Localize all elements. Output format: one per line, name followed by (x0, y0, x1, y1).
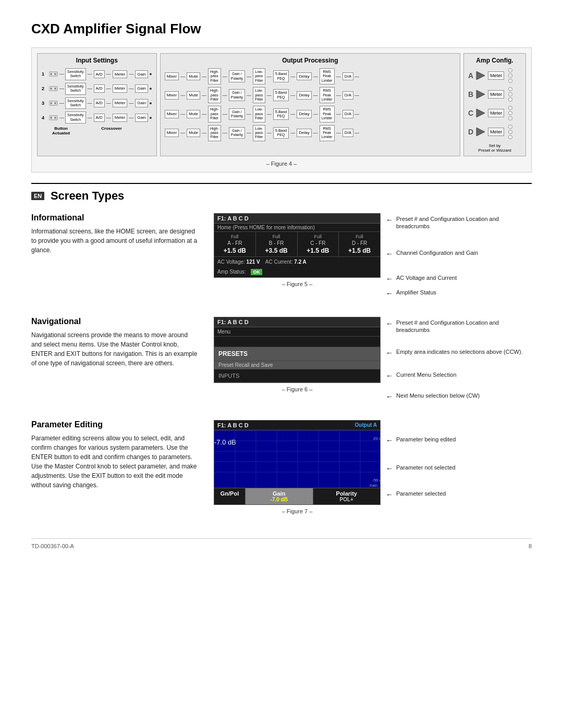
sf-box-gain-4: Gain (135, 114, 148, 122)
sf-box-lpf-b: Low-passFilter (253, 87, 265, 103)
input-connector-2 (49, 85, 58, 92)
svg-marker-13 (476, 90, 485, 98)
svg-text:Gain: Gain (370, 484, 377, 487)
sf-box-meter-1: Meter (113, 70, 127, 79)
amp-channel-a-label: A (468, 71, 473, 80)
ann-arrow-param-not-selected: ← (386, 465, 393, 472)
sf-box-sens-3: SensitivitySwitch (65, 97, 86, 109)
nav-selected-item: PRESETS Preset Recall and Save (214, 347, 380, 369)
input-num-2: 2 (42, 86, 47, 91)
sf-box-gain-3: Gain (135, 99, 148, 107)
param-output-label: Output A (355, 422, 377, 428)
input-settings-section: Input Settings 1 — SensitivitySwitch — A… (37, 53, 157, 156)
ann-arrow-nav-current: ← (386, 372, 393, 379)
param-editing-heading: Parameter Editing (31, 420, 198, 429)
param-screen-header: F1: A B C D Output A (214, 421, 380, 430)
ann-arrow-nav-preset: ← (386, 320, 393, 327)
ch-c-value: +1.5 dB (300, 247, 337, 254)
sf-box-ad-1: A/D (94, 70, 105, 79)
ann-arrow-param-selected: ← (386, 491, 393, 498)
svg-marker-12 (476, 71, 485, 80)
sf-box-mixer-c: Mixer (165, 110, 179, 118)
sf-box-peq-b: 5-BandPEQ (273, 89, 289, 101)
ann-ampstatus-text: Amplifier Status (396, 289, 436, 296)
sf-box-sens-2: SensitivitySwitch (65, 83, 86, 95)
ac-current-value: 7.2 A (294, 259, 307, 265)
param-gain-value: -7.0 dB (249, 497, 310, 502)
set-by-label: Set byPreset or Wizzard (468, 143, 521, 153)
ann-arrow-ampstatus: ← (386, 290, 393, 297)
nav-next-item-text: INPUTS (214, 369, 380, 382)
ac-voltage-label: AC Voltage: 121 V (217, 259, 260, 265)
sf-box-peq-d: 5-BandPEQ (273, 127, 289, 139)
figure7-caption: – Figure 7 – (214, 508, 381, 514)
ann-channel-text: Channel Configuration and Gain (396, 249, 478, 256)
sf-box-ad-4: A/D (94, 114, 105, 122)
amp-triangle-c (475, 108, 486, 118)
svg-point-8 (54, 102, 56, 104)
sf-box-gainpol-d: Gain /Polarity (229, 127, 245, 139)
channel-d-info: Full D - FR +1.5 dB (339, 232, 380, 256)
svg-point-2 (54, 73, 56, 75)
sf-box-gainpol-b: Gain /Polarity (229, 89, 245, 101)
svg-marker-15 (476, 128, 485, 136)
screen-types-header: EN Screen Types (31, 183, 532, 203)
svg-marker-14 (476, 109, 485, 117)
param-chart-svg: 20 dB -50 dB Gain (214, 430, 380, 488)
sf-box-da-b: D/A (342, 91, 353, 100)
sf-box-mute-d: Mute (187, 129, 200, 137)
sf-box-mute-a: Mute (187, 72, 200, 81)
sf-box-gain-1: Gain (135, 70, 148, 79)
ann-param-being-edited-text: Parameter being edited (396, 436, 456, 443)
sf-box-delay-b: Delay (297, 91, 311, 100)
svg-point-4 (50, 88, 52, 90)
channel-c-info: Full C - FR +1.5 dB (298, 232, 339, 256)
ann-nav-empty-text: Empty area indicates no selections above… (396, 348, 523, 355)
amp-channel-c-label: C (468, 109, 473, 117)
crossover-label: Crossover (101, 126, 122, 135)
sf-box-gain-2: Gain (135, 84, 148, 93)
info-screen-header: F1: A B C D (214, 214, 380, 224)
amp-status-label: Amp Status: (217, 269, 246, 275)
ch-c-name: C - FR (300, 240, 337, 246)
svg-point-7 (50, 102, 52, 104)
informational-description: Informational screens, like the HOME scr… (31, 227, 198, 255)
sf-box-lpf-a: Low-passFilter (253, 68, 265, 84)
page-footer: TD-000367-00-A 8 (31, 538, 532, 549)
ann-preset-text: Preset # and Configuration Location and … (396, 215, 532, 230)
nav-selected-sub-text: Preset Recall and Save (214, 361, 380, 369)
sf-box-sens-4: SensitivitySwitch (65, 112, 86, 124)
sf-box-mute-c: Mute (187, 110, 200, 118)
sf-box-meter-amp-d: Meter (488, 128, 504, 137)
ann-arrow-nav-empty: ← (386, 349, 393, 356)
input-num-1: 1 (42, 71, 47, 77)
nav-selected-item-text: PRESETS (214, 347, 380, 361)
sf-box-mixer-b: Mixer (165, 91, 179, 100)
param-chart-area: 20 dB -50 dB Gain-7.0 dB (214, 430, 380, 488)
sf-box-rms-c: RMSPeakLimiter (320, 106, 335, 122)
sf-box-ad-3: A/D (94, 99, 105, 107)
ann-nav-preset-text: Preset # and Configuration Location and … (396, 319, 532, 334)
svg-text:-50 dB: -50 dB (372, 478, 380, 483)
informational-screen: F1: A B C D Home (Press HOME for more in… (214, 213, 381, 278)
amp-channel-d-label: D (468, 128, 473, 136)
sf-box-mixer-d: Mixer (165, 129, 179, 137)
sf-box-meter-amp-c: Meter (488, 109, 504, 118)
ann-voltage-text: AC Voltage and Current (396, 274, 457, 281)
sf-box-da-c: D/A (342, 110, 353, 118)
en-badge: EN (31, 192, 44, 200)
sf-box-meter-amp-a: Meter (488, 71, 504, 80)
amp-config-label: Amp Config. (468, 57, 521, 64)
input-connector-1 (49, 71, 58, 77)
sf-box-rms-d: RMSPeakLimiter (320, 125, 335, 141)
ann-arrow-voltage: ← (386, 275, 393, 282)
ann-arrow-param-being-edited: ← (386, 437, 393, 444)
page-title: CXD Amplifier Signal Flow (31, 21, 532, 37)
sf-box-mute-b: Mute (187, 91, 200, 100)
button-actuated-label: ButtonActuated (52, 126, 70, 135)
ann-arrow-nav-next: ← (386, 393, 393, 400)
ch-a-label: Full (216, 234, 253, 239)
sf-box-meter-4: Meter (113, 114, 127, 122)
sf-box-sens-1: SensitivitySwitch (65, 68, 86, 80)
ac-current-label: AC Current: 7.2 A (265, 259, 307, 265)
